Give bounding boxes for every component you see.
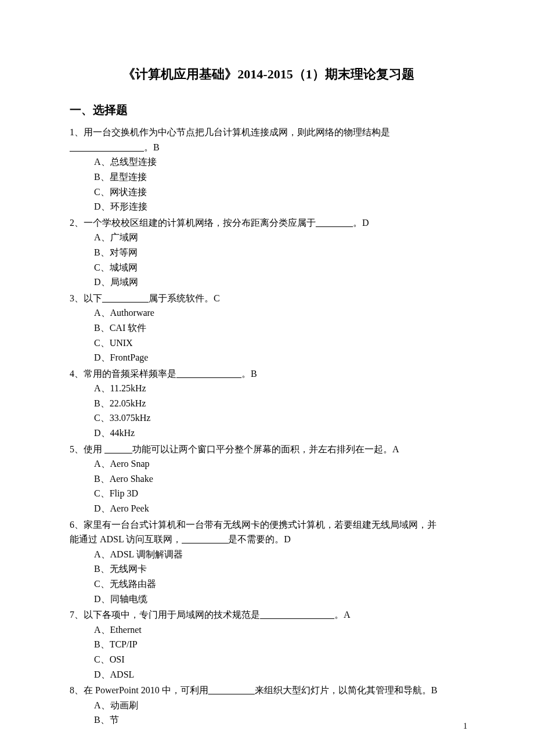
option: D、FrontPage — [94, 350, 467, 365]
question-2: 2、一个学校校区组建的计算机网络，按分布距离分类应属于________。D A、… — [70, 215, 467, 290]
question-7-stem: 7、以下各项中，专门用于局域网的技术规范是________________。A — [70, 607, 467, 622]
option: A、11.25kHz — [94, 381, 467, 396]
question-7: 7、以下各项中，专门用于局域网的技术规范是________________。A … — [70, 607, 467, 682]
question-6-stem-line2: 能通过 ADSL 访问互联网，__________是不需要的。D — [70, 532, 467, 547]
question-7-options: A、Ethernet B、TCP/IP C、OSI D、ADSL — [70, 622, 467, 682]
question-6-options: A、ADSL 调制解调器 B、无线网卡 C、无线路由器 D、同轴电缆 — [70, 547, 467, 606]
question-5-options: A、Aero Snap B、Aero Shake C、Flip 3D D、Aer… — [70, 456, 467, 516]
question-2-stem: 2、一个学校校区组建的计算机网络，按分布距离分类应属于________。D — [70, 215, 467, 231]
option: A、广域网 — [94, 230, 467, 245]
question-1-stem-line2: ________________。B — [70, 140, 467, 155]
question-4-stem: 4、常用的音频采样频率是______________。B — [70, 366, 467, 381]
option: B、无线网卡 — [94, 561, 467, 577]
option: B、对等网 — [94, 245, 467, 260]
option: C、Flip 3D — [94, 486, 467, 501]
option: B、CAI 软件 — [94, 321, 467, 336]
option: C、OSI — [94, 652, 467, 667]
page-number: 1 — [463, 720, 467, 733]
option: D、环形连接 — [94, 199, 467, 214]
question-8-stem: 8、在 PowerPoint 2010 中，可利用__________来组织大型… — [70, 683, 467, 698]
option: C、UNIX — [94, 336, 467, 351]
question-5: 5、使用 ______功能可以让两个窗口平分整个屏幕的面积，并左右排列在一起。A… — [70, 442, 467, 516]
option: A、Ethernet — [94, 622, 467, 638]
option: B、Aero Shake — [94, 471, 467, 487]
option: A、总线型连接 — [94, 154, 467, 170]
option: D、局域网 — [94, 275, 467, 290]
option: D、Aero Peek — [94, 501, 467, 516]
question-6-stem-line1: 6、家里有一台台式计算机和一台带有无线网卡的便携式计算机，若要组建无线局域网，并 — [70, 517, 467, 532]
option: A、ADSL 调制解调器 — [94, 547, 467, 562]
document-title: 《计算机应用基础》2014-2015（1）期末理论复习题 — [70, 64, 467, 84]
option: D、44kHz — [94, 426, 467, 441]
question-5-stem: 5、使用 ______功能可以让两个窗口平分整个屏幕的面积，并左右排列在一起。A — [70, 442, 467, 457]
question-6: 6、家里有一台台式计算机和一台带有无线网卡的便携式计算机，若要组建无线局域网，并… — [70, 517, 467, 607]
option: C、城域网 — [94, 260, 467, 275]
question-8: 8、在 PowerPoint 2010 中，可利用__________来组织大型… — [70, 683, 467, 728]
option: B、星型连接 — [94, 170, 467, 185]
question-4-options: A、11.25kHz B、22.05kHz C、33.075kHz D、44kH… — [70, 381, 467, 440]
section-heading: 一、选择题 — [70, 100, 467, 119]
option: B、TCP/IP — [94, 637, 467, 652]
option: A、动画刷 — [94, 698, 467, 713]
option: D、ADSL — [94, 667, 467, 682]
question-1-options: A、总线型连接 B、星型连接 C、网状连接 D、环形连接 — [70, 154, 467, 214]
question-1: 1、用一台交换机作为中心节点把几台计算机连接成网，则此网络的物理结构是 ____… — [70, 125, 467, 214]
question-1-stem-line1: 1、用一台交换机作为中心节点把几台计算机连接成网，则此网络的物理结构是 — [70, 125, 467, 140]
option: B、22.05kHz — [94, 396, 467, 411]
option: A、Aero Snap — [94, 456, 467, 471]
option: C、无线路由器 — [94, 577, 467, 592]
question-3-options: A、Authorware B、CAI 软件 C、UNIX D、FrontPage — [70, 305, 467, 365]
question-4: 4、常用的音频采样频率是______________。B A、11.25kHz … — [70, 366, 467, 441]
option: D、同轴电缆 — [94, 592, 467, 607]
option: A、Authorware — [94, 305, 467, 321]
question-8-options: A、动画刷 B、节 — [70, 698, 467, 728]
question-3-stem: 3、以下__________属于系统软件。C — [70, 291, 467, 306]
option: B、节 — [94, 712, 467, 728]
question-3: 3、以下__________属于系统软件。C A、Authorware B、CA… — [70, 291, 467, 365]
option: C、33.075kHz — [94, 411, 467, 426]
question-2-options: A、广域网 B、对等网 C、城域网 D、局域网 — [70, 230, 467, 289]
option: C、网状连接 — [94, 185, 467, 200]
